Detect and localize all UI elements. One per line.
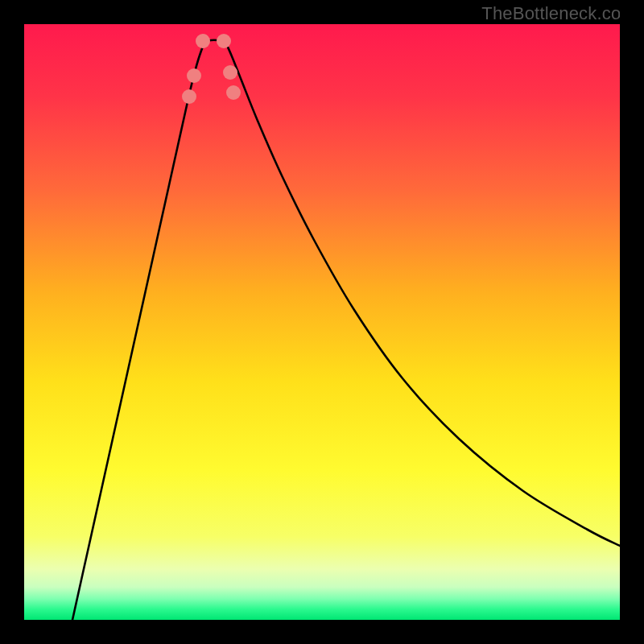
right-border	[620, 0, 644, 644]
chart-background	[24, 24, 620, 620]
left-border	[0, 0, 24, 644]
watermark-text: TheBottleneck.com	[481, 3, 636, 24]
bottom-border	[0, 620, 644, 644]
chart-frame	[24, 24, 620, 620]
svg-rect-0	[24, 24, 620, 620]
